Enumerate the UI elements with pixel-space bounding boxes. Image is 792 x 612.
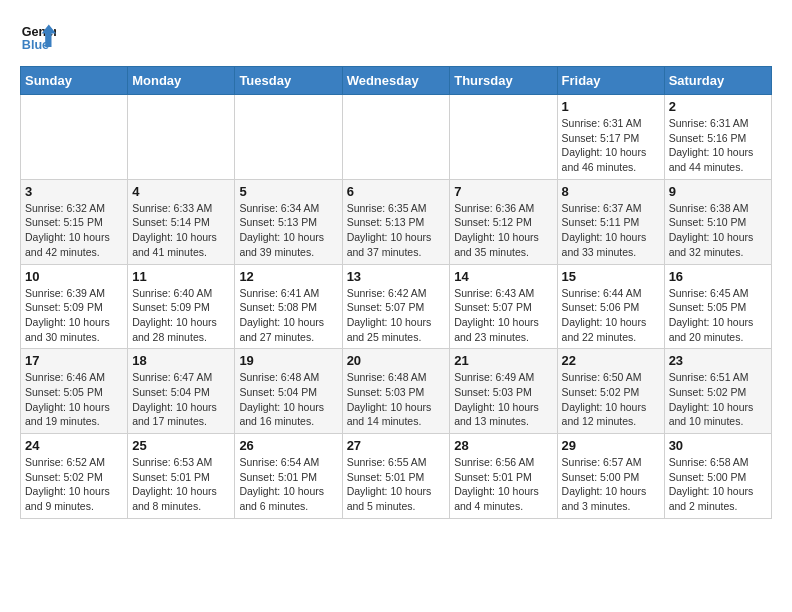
day-number: 19 xyxy=(239,353,337,368)
day-number: 11 xyxy=(132,269,230,284)
day-number: 13 xyxy=(347,269,446,284)
weekday-header-tuesday: Tuesday xyxy=(235,67,342,95)
logo: General Blue xyxy=(20,20,56,56)
day-info: Sunrise: 6:55 AM Sunset: 5:01 PM Dayligh… xyxy=(347,455,446,514)
day-number: 26 xyxy=(239,438,337,453)
day-info: Sunrise: 6:31 AM Sunset: 5:17 PM Dayligh… xyxy=(562,116,660,175)
calendar-header-row: SundayMondayTuesdayWednesdayThursdayFrid… xyxy=(21,67,772,95)
calendar-cell: 1Sunrise: 6:31 AM Sunset: 5:17 PM Daylig… xyxy=(557,95,664,180)
calendar-cell: 10Sunrise: 6:39 AM Sunset: 5:09 PM Dayli… xyxy=(21,264,128,349)
day-number: 22 xyxy=(562,353,660,368)
calendar-cell: 13Sunrise: 6:42 AM Sunset: 5:07 PM Dayli… xyxy=(342,264,450,349)
day-info: Sunrise: 6:51 AM Sunset: 5:02 PM Dayligh… xyxy=(669,370,767,429)
logo-icon: General Blue xyxy=(20,20,56,56)
calendar-week-2: 3Sunrise: 6:32 AM Sunset: 5:15 PM Daylig… xyxy=(21,179,772,264)
page-header: General Blue xyxy=(20,20,772,56)
calendar-cell: 20Sunrise: 6:48 AM Sunset: 5:03 PM Dayli… xyxy=(342,349,450,434)
day-info: Sunrise: 6:34 AM Sunset: 5:13 PM Dayligh… xyxy=(239,201,337,260)
calendar-cell xyxy=(235,95,342,180)
calendar-week-1: 1Sunrise: 6:31 AM Sunset: 5:17 PM Daylig… xyxy=(21,95,772,180)
calendar-cell: 7Sunrise: 6:36 AM Sunset: 5:12 PM Daylig… xyxy=(450,179,557,264)
calendar-cell: 6Sunrise: 6:35 AM Sunset: 5:13 PM Daylig… xyxy=(342,179,450,264)
weekday-header-sunday: Sunday xyxy=(21,67,128,95)
day-info: Sunrise: 6:33 AM Sunset: 5:14 PM Dayligh… xyxy=(132,201,230,260)
day-number: 7 xyxy=(454,184,552,199)
day-info: Sunrise: 6:48 AM Sunset: 5:03 PM Dayligh… xyxy=(347,370,446,429)
calendar-cell: 4Sunrise: 6:33 AM Sunset: 5:14 PM Daylig… xyxy=(128,179,235,264)
day-number: 5 xyxy=(239,184,337,199)
calendar-cell: 17Sunrise: 6:46 AM Sunset: 5:05 PM Dayli… xyxy=(21,349,128,434)
day-number: 25 xyxy=(132,438,230,453)
calendar-cell xyxy=(450,95,557,180)
calendar-cell: 24Sunrise: 6:52 AM Sunset: 5:02 PM Dayli… xyxy=(21,434,128,519)
day-number: 4 xyxy=(132,184,230,199)
calendar-cell: 25Sunrise: 6:53 AM Sunset: 5:01 PM Dayli… xyxy=(128,434,235,519)
svg-text:Blue: Blue xyxy=(22,38,49,52)
day-number: 15 xyxy=(562,269,660,284)
day-number: 23 xyxy=(669,353,767,368)
day-info: Sunrise: 6:39 AM Sunset: 5:09 PM Dayligh… xyxy=(25,286,123,345)
calendar-cell: 19Sunrise: 6:48 AM Sunset: 5:04 PM Dayli… xyxy=(235,349,342,434)
calendar-cell: 29Sunrise: 6:57 AM Sunset: 5:00 PM Dayli… xyxy=(557,434,664,519)
calendar-week-3: 10Sunrise: 6:39 AM Sunset: 5:09 PM Dayli… xyxy=(21,264,772,349)
day-info: Sunrise: 6:44 AM Sunset: 5:06 PM Dayligh… xyxy=(562,286,660,345)
day-info: Sunrise: 6:37 AM Sunset: 5:11 PM Dayligh… xyxy=(562,201,660,260)
day-info: Sunrise: 6:50 AM Sunset: 5:02 PM Dayligh… xyxy=(562,370,660,429)
day-number: 3 xyxy=(25,184,123,199)
calendar-cell: 18Sunrise: 6:47 AM Sunset: 5:04 PM Dayli… xyxy=(128,349,235,434)
day-number: 20 xyxy=(347,353,446,368)
calendar-cell: 28Sunrise: 6:56 AM Sunset: 5:01 PM Dayli… xyxy=(450,434,557,519)
day-info: Sunrise: 6:53 AM Sunset: 5:01 PM Dayligh… xyxy=(132,455,230,514)
day-number: 21 xyxy=(454,353,552,368)
calendar-week-4: 17Sunrise: 6:46 AM Sunset: 5:05 PM Dayli… xyxy=(21,349,772,434)
day-number: 14 xyxy=(454,269,552,284)
calendar-cell: 22Sunrise: 6:50 AM Sunset: 5:02 PM Dayli… xyxy=(557,349,664,434)
day-info: Sunrise: 6:58 AM Sunset: 5:00 PM Dayligh… xyxy=(669,455,767,514)
calendar-cell: 26Sunrise: 6:54 AM Sunset: 5:01 PM Dayli… xyxy=(235,434,342,519)
calendar-cell: 27Sunrise: 6:55 AM Sunset: 5:01 PM Dayli… xyxy=(342,434,450,519)
day-info: Sunrise: 6:41 AM Sunset: 5:08 PM Dayligh… xyxy=(239,286,337,345)
calendar-cell: 16Sunrise: 6:45 AM Sunset: 5:05 PM Dayli… xyxy=(664,264,771,349)
day-info: Sunrise: 6:35 AM Sunset: 5:13 PM Dayligh… xyxy=(347,201,446,260)
calendar-cell xyxy=(128,95,235,180)
calendar-cell: 5Sunrise: 6:34 AM Sunset: 5:13 PM Daylig… xyxy=(235,179,342,264)
day-number: 17 xyxy=(25,353,123,368)
day-number: 30 xyxy=(669,438,767,453)
day-info: Sunrise: 6:32 AM Sunset: 5:15 PM Dayligh… xyxy=(25,201,123,260)
day-info: Sunrise: 6:46 AM Sunset: 5:05 PM Dayligh… xyxy=(25,370,123,429)
day-number: 29 xyxy=(562,438,660,453)
day-info: Sunrise: 6:45 AM Sunset: 5:05 PM Dayligh… xyxy=(669,286,767,345)
weekday-header-monday: Monday xyxy=(128,67,235,95)
day-number: 1 xyxy=(562,99,660,114)
calendar-cell: 15Sunrise: 6:44 AM Sunset: 5:06 PM Dayli… xyxy=(557,264,664,349)
calendar-table: SundayMondayTuesdayWednesdayThursdayFrid… xyxy=(20,66,772,519)
calendar-cell: 11Sunrise: 6:40 AM Sunset: 5:09 PM Dayli… xyxy=(128,264,235,349)
day-info: Sunrise: 6:52 AM Sunset: 5:02 PM Dayligh… xyxy=(25,455,123,514)
calendar-cell xyxy=(21,95,128,180)
calendar-cell: 2Sunrise: 6:31 AM Sunset: 5:16 PM Daylig… xyxy=(664,95,771,180)
day-number: 16 xyxy=(669,269,767,284)
day-number: 10 xyxy=(25,269,123,284)
weekday-header-friday: Friday xyxy=(557,67,664,95)
weekday-header-thursday: Thursday xyxy=(450,67,557,95)
day-info: Sunrise: 6:48 AM Sunset: 5:04 PM Dayligh… xyxy=(239,370,337,429)
day-info: Sunrise: 6:49 AM Sunset: 5:03 PM Dayligh… xyxy=(454,370,552,429)
day-number: 2 xyxy=(669,99,767,114)
calendar-cell: 9Sunrise: 6:38 AM Sunset: 5:10 PM Daylig… xyxy=(664,179,771,264)
day-number: 9 xyxy=(669,184,767,199)
day-info: Sunrise: 6:40 AM Sunset: 5:09 PM Dayligh… xyxy=(132,286,230,345)
day-number: 6 xyxy=(347,184,446,199)
calendar-week-5: 24Sunrise: 6:52 AM Sunset: 5:02 PM Dayli… xyxy=(21,434,772,519)
calendar-cell: 30Sunrise: 6:58 AM Sunset: 5:00 PM Dayli… xyxy=(664,434,771,519)
day-number: 18 xyxy=(132,353,230,368)
day-number: 28 xyxy=(454,438,552,453)
calendar-cell: 21Sunrise: 6:49 AM Sunset: 5:03 PM Dayli… xyxy=(450,349,557,434)
day-info: Sunrise: 6:31 AM Sunset: 5:16 PM Dayligh… xyxy=(669,116,767,175)
day-info: Sunrise: 6:36 AM Sunset: 5:12 PM Dayligh… xyxy=(454,201,552,260)
calendar-cell: 12Sunrise: 6:41 AM Sunset: 5:08 PM Dayli… xyxy=(235,264,342,349)
day-info: Sunrise: 6:38 AM Sunset: 5:10 PM Dayligh… xyxy=(669,201,767,260)
day-info: Sunrise: 6:57 AM Sunset: 5:00 PM Dayligh… xyxy=(562,455,660,514)
day-number: 12 xyxy=(239,269,337,284)
weekday-header-saturday: Saturday xyxy=(664,67,771,95)
weekday-header-wednesday: Wednesday xyxy=(342,67,450,95)
